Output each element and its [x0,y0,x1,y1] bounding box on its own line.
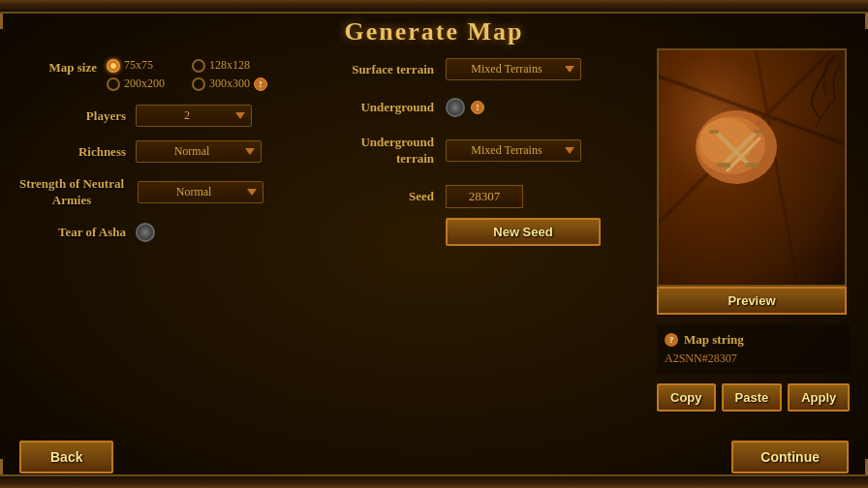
underground-toggles: ! [446,98,484,117]
svg-rect-9 [709,130,719,134]
surface-terrain-arrow [565,66,574,73]
richness-dropdown[interactable]: Normal [136,140,262,163]
underground-terrain-arrow [565,147,574,154]
new-seed-button[interactable]: New Seed [446,218,601,246]
apply-button[interactable]: Apply [788,383,850,412]
asha-row: Tear of Asha [19,223,329,242]
richness-row: Richness Normal [19,140,329,163]
underground-terrain-label: Undergroundterrain [329,135,446,168]
players-dropdown-arrow [235,112,245,119]
asha-label: Tear of Asha [19,225,136,240]
players-value: 2 [142,108,232,123]
richness-dropdown-arrow [245,148,255,155]
map-string-label: Map string [684,332,744,348]
strength-dropdown-arrow [247,189,257,196]
seed-label: Seed [329,189,446,204]
left-panel: Map size 75x75 128x128 200x200 300x300 !… [19,58,329,430]
map-size-300[interactable]: 300x300 ! [192,76,267,91]
right-panel: Preview ? Map string A2SNN#28307 Copy Pa… [657,48,851,412]
preview-image [657,48,847,287]
map-string-header: ? Map string [665,332,843,348]
radio-300-label: 300x300 [209,76,250,91]
underground-terrain-dropdown[interactable]: Mixed Terrains [446,139,581,162]
paste-button[interactable]: Paste [722,383,783,412]
map-size-section: Map size 75x75 128x128 200x200 300x300 ! [19,58,329,91]
svg-rect-5 [717,163,730,168]
map-size-128[interactable]: 128x128 [192,58,267,73]
strength-label: Strength of NeutralArmies [19,176,134,209]
seed-row: Seed 28307 [329,185,601,208]
preview-button[interactable]: Preview [657,287,847,315]
top-border [0,0,868,14]
svg-rect-8 [746,163,760,168]
map-size-label: Map size [19,58,107,76]
page-title-area: Generate Map [0,17,868,46]
map-string-value: A2SNN#28307 [665,351,843,366]
underground-terrain-value: Mixed Terrains [452,143,561,158]
asha-toggle[interactable] [136,223,155,242]
radio-128-label: 128x128 [209,58,250,73]
radio-128-circle[interactable] [192,59,205,73]
strength-value: Normal [144,185,243,199]
radio-300-circle[interactable] [192,77,205,91]
radio-200-label: 200x200 [124,76,165,91]
svg-rect-6 [754,130,763,134]
map-string-area: ? Map string A2SNN#28307 [657,324,851,374]
page-title: Generate Map [344,17,523,46]
middle-panel: Surface terrain Mixed Terrains Undergrou… [329,58,601,430]
players-label: Players [19,108,136,124]
radio-75-label: 75x75 [124,58,153,73]
surface-terrain-row: Surface terrain Mixed Terrains [329,58,601,80]
map-size-200[interactable]: 200x200 [107,76,182,91]
radio-75-circle[interactable] [107,59,120,73]
seed-value: 28307 [446,185,523,208]
strength-dropdown[interactable]: Normal [138,181,264,203]
underground-warning: ! [471,101,484,114]
new-seed-area: New Seed [329,218,601,246]
strength-row: Strength of NeutralArmies Normal [19,176,329,209]
bottom-border [0,474,868,488]
surface-terrain-dropdown[interactable]: Mixed Terrains [446,58,581,80]
bottom-bar: Back Continue [0,441,868,473]
players-dropdown[interactable]: 2 [136,105,252,127]
surface-terrain-value: Mixed Terrains [452,62,561,76]
map-string-buttons: Copy Paste Apply [657,383,851,412]
map-globe [688,99,785,199]
richness-value: Normal [142,144,241,159]
surface-terrain-label: Surface terrain [329,62,446,77]
underground-row: Underground ! [329,98,601,117]
underground-label: Underground [329,100,446,115]
back-button[interactable]: Back [19,441,113,473]
radio-200-circle[interactable] [107,77,120,91]
map-string-help-icon[interactable]: ? [665,333,678,347]
map-size-options: 75x75 128x128 200x200 300x300 ! [107,58,267,91]
underground-terrain-row: Undergroundterrain Mixed Terrains [329,135,601,168]
underground-toggle[interactable] [446,98,465,117]
continue-button[interactable]: Continue [731,441,849,473]
players-row: Players 2 [19,105,329,127]
map-size-75[interactable]: 75x75 [107,58,182,73]
richness-label: Richness [19,144,136,160]
map-size-300-warning: ! [254,77,267,91]
copy-button[interactable]: Copy [657,383,716,412]
